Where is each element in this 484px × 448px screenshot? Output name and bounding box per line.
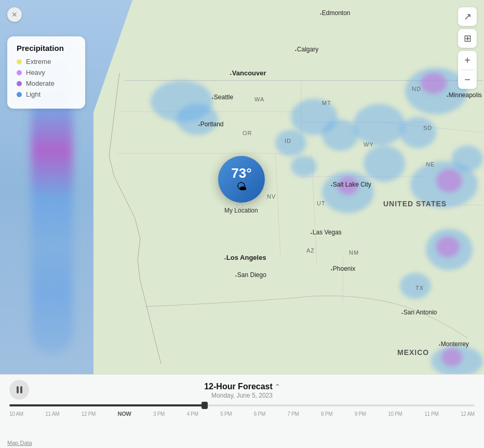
city-label-phoenix: Phoenix <box>331 265 355 272</box>
state-label-nd: ND <box>412 86 421 92</box>
weather-condition-icon: 🌤 <box>236 181 247 193</box>
city-label-monterrey: Monterrey <box>439 340 469 348</box>
precip-spot-ok-heavy <box>436 236 460 257</box>
layers-button[interactable]: ⊞ <box>458 29 477 48</box>
forecast-title: 12-Hour Forecast ⌃ <box>204 382 280 391</box>
legend-dot-heavy <box>17 70 22 75</box>
time-label-12-pm: 12 PM <box>82 411 96 417</box>
precip-spot-wa <box>177 104 218 135</box>
pause-icon <box>17 386 22 393</box>
zoom-out-button[interactable]: − <box>458 70 477 89</box>
city-label-seattle: Seattle <box>212 94 233 101</box>
timeline-container[interactable]: 10 AM11 AM12 PMNow3 PM4 PM5 PM6 PM7 PM8 … <box>0 399 484 417</box>
timeline-labels: 10 AM11 AM12 PMNow3 PM4 PM5 PM6 PM7 PM8 … <box>9 411 475 417</box>
location-button[interactable]: ↗ <box>458 7 477 26</box>
precip-spot-wy <box>364 146 405 182</box>
timeline-progress <box>9 404 205 406</box>
temperature-text: 73° <box>231 166 251 180</box>
legend-label-light: Light <box>26 90 41 98</box>
precip-spot-ne2 <box>452 146 483 172</box>
forecast-title-text: 12-Hour Forecast <box>204 382 273 391</box>
time-label-3-pm: 3 PM <box>153 411 165 417</box>
precip-spot-mt3 <box>353 104 405 146</box>
pause-bar-right <box>20 386 22 393</box>
legend-item-light: Light <box>17 90 76 98</box>
city-label-portland: Portland <box>198 121 224 128</box>
city-label-calgary: Calgary <box>295 46 318 53</box>
zoom-in-button[interactable]: + <box>458 51 477 70</box>
legend-item-moderate: Moderate <box>17 80 76 87</box>
city-label-los-angeles: Los Angeles <box>224 254 266 261</box>
state-label-sd: SD <box>423 125 432 131</box>
state-label-id: ID <box>285 138 291 144</box>
precipitation-legend: Precipitation ExtremeHeavyModerateLight <box>7 36 85 109</box>
time-label-11-pm: 11 PM <box>424 411 438 417</box>
country-label-mexico: MEXICO <box>397 348 429 357</box>
time-label-now: Now <box>118 411 131 417</box>
state-label-nm: NM <box>349 249 359 256</box>
timeline-thumb <box>201 402 208 409</box>
legend-dot-moderate <box>17 81 22 86</box>
legend-title: Precipitation <box>17 44 76 52</box>
precip-spot-ne-heavy <box>436 169 462 192</box>
pause-button[interactable] <box>9 380 29 400</box>
state-label-ut: UT <box>317 200 326 206</box>
city-label-vancouver: Vancouver <box>230 69 266 77</box>
time-label-5-pm: 5 PM <box>220 411 232 417</box>
time-label-8-pm: 8 PM <box>321 411 332 417</box>
zoom-controls: + − <box>458 51 477 89</box>
time-label-10-pm: 10 PM <box>388 411 402 417</box>
precip-spot-nd-heavy <box>421 73 447 94</box>
state-label-ne: NE <box>426 161 435 167</box>
city-label-minneapolis: Minneapolis <box>447 91 482 99</box>
timeline-slider[interactable] <box>9 404 475 406</box>
forecast-bar: 12-Hour Forecast ⌃ Monday, June 5, 2023 … <box>0 374 484 448</box>
map-controls: ↗ ⊞ + − <box>458 7 477 89</box>
state-label-wy: WY <box>364 141 374 148</box>
legend-dot-extreme <box>17 59 22 64</box>
time-label-11-am: 11 AM <box>45 411 59 417</box>
precip-spot-id2 <box>291 156 317 177</box>
city-label-san-antonio: San Antonio <box>401 309 437 316</box>
location-arrow-icon: ↗ <box>464 11 472 22</box>
close-icon: ✕ <box>11 11 18 18</box>
city-label-san-diego: San Diego <box>235 271 266 279</box>
legend-label-moderate: Moderate <box>26 80 55 87</box>
layers-icon: ⊞ <box>464 33 472 44</box>
legend-label-extreme: Extreme <box>26 58 51 65</box>
map-container[interactable]: 73° 🌤 My Location EdmontonCalgaryVancouv… <box>0 0 484 374</box>
forecast-header: 12-Hour Forecast ⌃ Monday, June 5, 2023 <box>0 375 484 399</box>
legend-item-heavy: Heavy <box>17 69 76 76</box>
state-label-or: OR <box>243 130 252 136</box>
forecast-chevron-icon: ⌃ <box>275 383 280 390</box>
city-label-salt-lake-city: Salt Lake City <box>331 181 371 188</box>
my-location-label: My Location <box>224 207 258 214</box>
close-button[interactable]: ✕ <box>7 7 22 22</box>
legend-dot-light <box>17 92 22 97</box>
time-label-4-pm: 4 PM <box>187 411 198 417</box>
state-label-nv: NV <box>267 193 276 200</box>
state-label-mt: MT <box>322 100 331 106</box>
time-label-6-pm: 6 PM <box>254 411 265 417</box>
city-label-edmonton: Edmonton <box>320 9 351 17</box>
forecast-title-area: 12-Hour Forecast ⌃ Monday, June 5, 2023 <box>204 382 280 399</box>
city-label-las-vegas: Las Vegas <box>311 229 342 236</box>
legend-item-extreme: Extreme <box>17 58 76 65</box>
legend-label-heavy: Heavy <box>26 69 45 76</box>
time-label-7-pm: 7 PM <box>287 411 299 417</box>
state-label-wa: WA <box>254 96 264 102</box>
pause-bar-left <box>17 386 19 393</box>
time-label-12-am: 12 AM <box>461 411 475 417</box>
legend-items: ExtremeHeavyModerateLight <box>17 58 76 98</box>
forecast-date: Monday, June 5, 2023 <box>204 392 280 399</box>
map-data-link[interactable]: Map Data <box>7 440 32 446</box>
time-label-9-pm: 9 PM <box>355 411 366 417</box>
precip-spot-sd <box>400 117 436 148</box>
temperature-bubble[interactable]: 73° 🌤 <box>218 156 265 203</box>
state-label-tx: TX <box>415 285 424 291</box>
country-label-united-states: UNITED STATES <box>383 200 447 208</box>
precip-spot-mexico-heavy <box>441 348 462 366</box>
state-label-az: AZ <box>306 247 315 254</box>
time-label-10-am: 10 AM <box>9 411 23 417</box>
